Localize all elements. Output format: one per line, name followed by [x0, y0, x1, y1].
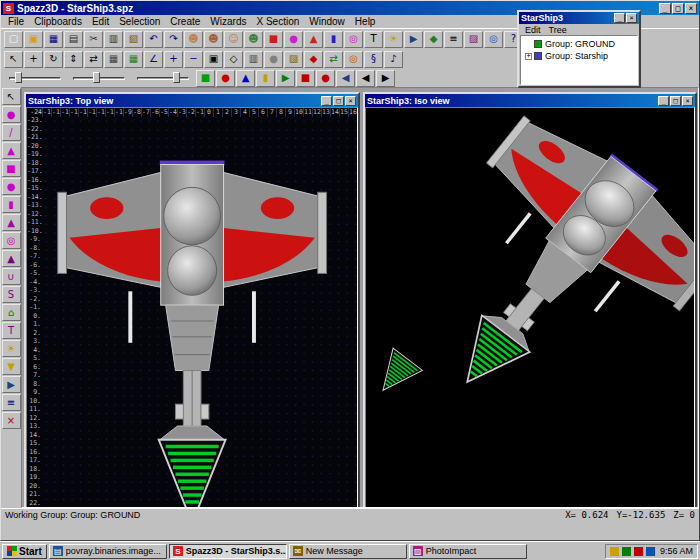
scale-tool-button[interactable]: ⇕ [64, 51, 83, 68]
iso-viewport[interactable] [365, 107, 695, 508]
scheduler-icon[interactable] [634, 547, 643, 556]
play-button[interactable]: ▶ [276, 70, 295, 87]
lathe-tool-button[interactable]: ∪ [2, 268, 21, 285]
menu-item[interactable]: Selection [114, 16, 165, 27]
palette-titlebar[interactable]: StarShip3 _ × [519, 12, 639, 24]
red-sphere-button[interactable]: ● [216, 70, 235, 87]
task-button[interactable]: ▤ povray.binaries.image... [49, 544, 167, 559]
slider-thumb[interactable] [173, 72, 180, 83]
avatar-male-button[interactable]: ☻ [184, 31, 203, 48]
tree-item[interactable]: + Group: Starship [525, 50, 637, 62]
paste-button[interactable]: ▧ [124, 31, 143, 48]
maximize-button[interactable]: □ [670, 96, 681, 106]
grid-size-slider[interactable] [7, 71, 63, 85]
shaded-toggle-button[interactable]: ● [264, 51, 283, 68]
face-tool-button[interactable]: ▲ [2, 142, 21, 159]
group-create-button[interactable]: ≡ [2, 394, 21, 411]
zoom-in-button[interactable]: + [164, 51, 183, 68]
sweep-tool-button[interactable]: S [2, 286, 21, 303]
display-icon[interactable] [622, 547, 631, 556]
minimize-button[interactable]: _ [321, 96, 332, 106]
copy-button[interactable]: ▥ [104, 31, 123, 48]
camera-create-button[interactable]: ▶ [2, 376, 21, 393]
task-button[interactable]: S Spazz3D - StarShip3.s... [169, 544, 287, 559]
rotate-tool-button[interactable]: ↻ [44, 51, 63, 68]
cylinder-create-button[interactable]: ▮ [2, 196, 21, 213]
sphere-create-button[interactable]: ● [2, 178, 21, 195]
save-file-button[interactable]: ▦ [44, 31, 63, 48]
slider-thumb[interactable] [15, 72, 22, 83]
task-button[interactable]: ▨ PhotoImpact [409, 544, 527, 559]
prev-frame-button[interactable]: ◀ [356, 70, 375, 87]
zoom-fit-button[interactable]: ▣ [204, 51, 223, 68]
volume-icon[interactable] [610, 547, 619, 556]
mirror-tool-button[interactable]: ⇄ [84, 51, 103, 68]
slider-thumb[interactable] [93, 72, 100, 83]
cylinder-primitive-button[interactable]: ▮ [324, 31, 343, 48]
next-frame-button[interactable]: ▶ [376, 70, 395, 87]
menu-item[interactable]: Tree [545, 25, 571, 35]
menu-item[interactable]: Help [350, 16, 381, 27]
cone-create-button[interactable]: ▲ [2, 214, 21, 231]
face-button[interactable]: ☺ [224, 31, 243, 48]
menu-item[interactable]: Window [304, 16, 350, 27]
world-tool-button[interactable]: ◎ [484, 31, 503, 48]
snap-toggle-button[interactable]: ▦ [104, 51, 123, 68]
pointer-tool-button[interactable]: ↖ [2, 88, 21, 105]
zoom-level-slider[interactable] [135, 71, 191, 85]
modem-icon[interactable] [646, 547, 655, 556]
keyframe-tool-button[interactable]: ◆ [304, 51, 323, 68]
stop-button[interactable]: ■ [296, 70, 315, 87]
green-cube-button[interactable]: ■ [196, 70, 215, 87]
menu-item[interactable]: Edit [521, 25, 545, 35]
undo-button[interactable]: ↶ [144, 31, 163, 48]
blue-cone-button[interactable]: ▲ [236, 70, 255, 87]
menu-item[interactable]: X Section [251, 16, 304, 27]
open-file-button[interactable]: ▣ [24, 31, 43, 48]
zoom-out-button[interactable]: − [184, 51, 203, 68]
menu-item[interactable]: Clipboards [29, 16, 87, 27]
body-button[interactable]: ☻ [244, 31, 263, 48]
camera-view-button[interactable]: ◀ [336, 70, 355, 87]
pointlight-tool-button[interactable]: ☀ [2, 340, 21, 357]
box-create-button[interactable]: ■ [2, 160, 21, 177]
menu-item[interactable]: Edit [87, 16, 114, 27]
menu-item[interactable]: Create [165, 16, 205, 27]
cut-button[interactable]: ✂ [84, 31, 103, 48]
text3d-tool-button[interactable]: T [2, 322, 21, 339]
record-button[interactable]: ● [316, 70, 335, 87]
texture-toggle-button[interactable]: ▨ [284, 51, 303, 68]
minimize-button[interactable]: _ [659, 3, 671, 14]
light-tool-button[interactable]: ☀ [384, 31, 403, 48]
yellow-cylinder-button[interactable]: ▮ [256, 70, 275, 87]
print-button[interactable]: ▤ [64, 31, 83, 48]
wireframe-toggle-button[interactable]: ▥ [244, 51, 263, 68]
task-button[interactable]: ✉ New Message [289, 544, 407, 559]
sphere-primitive-button[interactable]: ● [284, 31, 303, 48]
delete-tool-button[interactable]: × [2, 412, 21, 429]
top-view-titlebar[interactable]: StarShip3: Top view _ □ × [26, 94, 358, 107]
grid-toggle-button[interactable]: ▦ [124, 51, 143, 68]
material-tool-button[interactable]: ▨ [464, 31, 483, 48]
camera-tool-button[interactable]: ▶ [404, 31, 423, 48]
spotlight-tool-button[interactable]: ▼ [2, 358, 21, 375]
sensor-tool-button[interactable]: ◎ [344, 51, 363, 68]
text-tool-button[interactable]: T [364, 31, 383, 48]
move-tool-button[interactable]: + [24, 51, 43, 68]
expand-toggle[interactable]: + [525, 53, 532, 60]
maximize-button[interactable]: □ [672, 3, 684, 14]
top-viewport[interactable] [42, 117, 357, 508]
terrain-tool-button[interactable]: ⌂ [2, 304, 21, 321]
close-button[interactable]: × [345, 96, 356, 106]
torus-primitive-button[interactable]: ◎ [344, 31, 363, 48]
iso-view-titlebar[interactable]: StarShip3: Iso view _ □ × [365, 94, 695, 107]
close-button[interactable]: × [626, 13, 637, 23]
minimize-button[interactable]: _ [614, 13, 625, 23]
new-file-button[interactable]: ▢ [4, 31, 23, 48]
sound-tool-button[interactable]: ♪ [384, 51, 403, 68]
viewpoint-tool-button[interactable]: ◆ [424, 31, 443, 48]
avatar-female-button[interactable]: ☻ [204, 31, 223, 48]
redo-button[interactable]: ↷ [164, 31, 183, 48]
vertex-tool-button[interactable]: ● [2, 106, 21, 123]
start-button[interactable]: Start [2, 544, 47, 559]
